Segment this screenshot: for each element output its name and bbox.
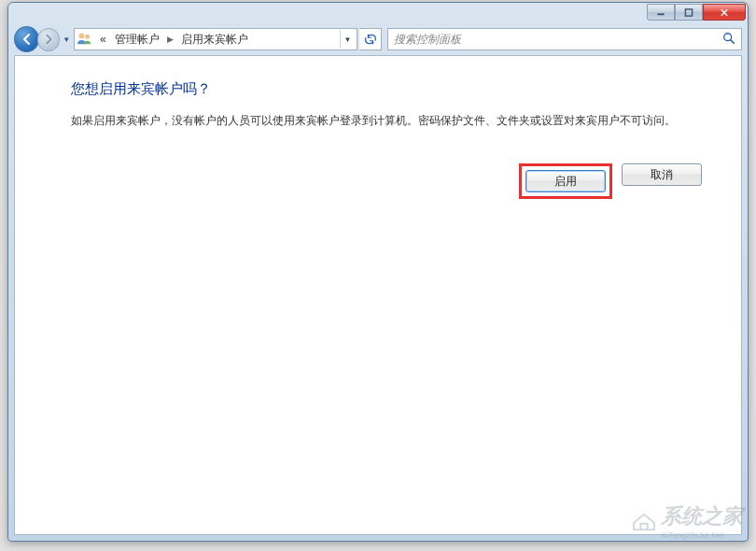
page-description: 如果启用来宾帐户，没有帐户的人员可以使用来宾帐户登录到计算机。密码保护文件、文件… <box>71 111 687 130</box>
titlebar <box>8 3 748 23</box>
search-box[interactable]: 搜索控制面板 <box>387 28 742 50</box>
search-placeholder: 搜索控制面板 <box>394 32 722 48</box>
nav-back-forward-group: ▼ <box>14 25 72 53</box>
users-icon <box>77 31 93 48</box>
breadcrumb-item-2[interactable]: 启用来宾帐户 <box>178 30 251 49</box>
highlight-annotation: 启用 <box>519 163 612 199</box>
window-controls <box>647 4 746 21</box>
search-icon <box>722 32 735 48</box>
minimize-button[interactable] <box>647 4 675 21</box>
breadcrumb-item-1[interactable]: 管理帐户 <box>112 30 162 49</box>
svg-point-2 <box>79 34 85 39</box>
refresh-button[interactable] <box>359 28 382 50</box>
back-button[interactable] <box>14 26 39 52</box>
navigation-bar: ▼ « 管理帐户 ▶ 启用来宾帐户 ▼ <box>14 23 742 55</box>
content-area: 您想启用来宾帐户吗？ 如果启用来宾帐户，没有帐户的人员可以使用来宾帐户登录到计算… <box>14 55 742 535</box>
nav-history-dropdown[interactable]: ▼ <box>61 30 72 49</box>
svg-rect-1 <box>685 8 692 15</box>
svg-rect-0 <box>657 13 664 15</box>
forward-button[interactable] <box>37 28 60 51</box>
explorer-window: ▼ « 管理帐户 ▶ 启用来宾帐户 ▼ <box>7 2 749 542</box>
address-dropdown[interactable]: ▼ <box>340 30 355 49</box>
maximize-button[interactable] <box>675 4 703 21</box>
breadcrumb: « 管理帐户 ▶ 启用来宾帐户 <box>97 30 251 49</box>
close-button[interactable] <box>703 4 746 21</box>
main-content: 您想启用来宾帐户吗？ 如果启用来宾帐户，没有帐户的人员可以使用来宾帐户登录到计算… <box>15 56 741 218</box>
page-heading: 您想启用来宾帐户吗？ <box>71 80 704 98</box>
svg-point-3 <box>85 35 90 39</box>
chevron-right-icon: ▶ <box>165 35 175 44</box>
cancel-button[interactable]: 取消 <box>622 163 702 186</box>
breadcrumb-prefix[interactable]: « <box>97 31 109 48</box>
address-bar[interactable]: « 管理帐户 ▶ 启用来宾帐户 ▼ <box>74 28 357 50</box>
enable-button[interactable]: 启用 <box>525 170 606 192</box>
button-row: 启用 取消 <box>71 163 704 199</box>
